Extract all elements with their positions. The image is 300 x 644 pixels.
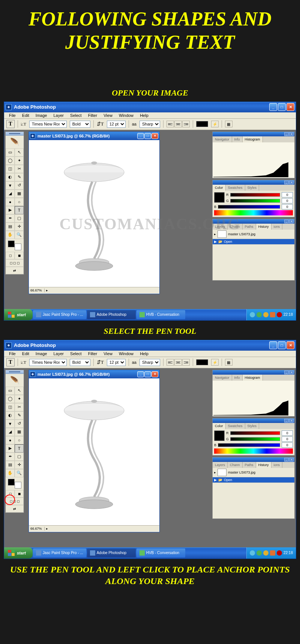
panel-close-icon[interactable]: ✕ [289, 371, 294, 374]
quickmask-mode-button[interactable]: ◼ [15, 252, 24, 259]
taskbar-item-photoshop[interactable]: Adobe Photoshop [87, 310, 136, 319]
menu-file[interactable]: File [6, 351, 18, 357]
hand-tool[interactable]: ✋ [6, 231, 15, 239]
g-slider[interactable] [230, 199, 280, 203]
tray-icon[interactable] [270, 550, 275, 556]
doc-maximize-button[interactable]: □ [144, 133, 151, 139]
doc-close-button[interactable]: ✕ [152, 371, 158, 377]
path-select-tool[interactable]: ▶ [6, 206, 15, 214]
pen-tool[interactable]: ✒ [6, 214, 15, 223]
g-input[interactable] [282, 436, 293, 442]
minimize-button[interactable]: _ [269, 341, 277, 349]
histogram-tab[interactable]: Histogram [243, 136, 263, 142]
align-center-button[interactable] [174, 359, 182, 366]
menu-edit[interactable]: Edit [20, 112, 32, 118]
spectrum-bar[interactable] [214, 210, 293, 215]
background-color[interactable] [15, 482, 21, 489]
font-family-select[interactable]: Times New Roman [29, 121, 67, 128]
b-input[interactable] [282, 442, 293, 448]
menu-view[interactable]: View [101, 351, 115, 357]
zoom-level[interactable]: 66.67% [30, 527, 45, 530]
b-slider[interactable] [218, 205, 280, 209]
menu-select[interactable]: Select [68, 351, 84, 357]
panel-titlebar[interactable]: _✕ [213, 457, 294, 462]
orientation-icon[interactable]: ⟀T [21, 122, 26, 126]
crop-tool[interactable]: ◫ [6, 165, 15, 173]
spectrum-bar[interactable] [214, 448, 293, 454]
g-input[interactable] [282, 198, 293, 203]
antialiasing-select[interactable]: Sharp [140, 121, 160, 128]
panel-close-icon[interactable]: ✕ [289, 419, 294, 423]
history-state[interactable]: ▶ 📂 Open [213, 477, 294, 483]
history-tab[interactable]: History [256, 224, 272, 230]
stamp-tool[interactable]: ▼ [6, 420, 15, 428]
jump-to-button[interactable]: ⇄ [6, 267, 24, 274]
path-select-tool[interactable]: ▶ [6, 444, 15, 453]
antialiasing-select[interactable]: Sharp [140, 359, 160, 366]
channels-tab[interactable]: Chann [228, 462, 243, 468]
menu-window[interactable]: Window [116, 112, 136, 118]
panel-close-icon[interactable]: ✕ [289, 181, 294, 184]
warp-text-button[interactable]: ⚡ [211, 121, 219, 127]
text-color-swatch[interactable] [196, 359, 208, 365]
crop-tool[interactable]: ◫ [6, 403, 15, 411]
panel-minimize-icon[interactable]: _ [284, 220, 289, 223]
eraser-tool[interactable]: ◢ [6, 190, 15, 198]
menu-select[interactable]: Select [68, 112, 84, 118]
history-snapshot[interactable]: ▸ master LSI073.jpg [213, 468, 294, 477]
r-input[interactable] [282, 192, 293, 197]
status-arrow-icon[interactable]: ▸ [46, 527, 48, 530]
document-titlebar[interactable]: ◆ master LSI073.jpg @ 66.7% (RGB/8#) _ □… [29, 370, 159, 378]
panel-titlebar[interactable]: _✕ [213, 418, 294, 423]
tray-icon[interactable] [277, 550, 282, 556]
dodge-tool[interactable]: ○ [15, 436, 24, 444]
toolbox-handle[interactable] [6, 370, 24, 374]
menu-help[interactable]: Help [137, 112, 151, 118]
layers-tab[interactable]: Layers [213, 462, 228, 468]
panel-minimize-icon[interactable]: _ [284, 371, 289, 374]
menu-window[interactable]: Window [116, 351, 136, 357]
tray-icon[interactable] [270, 312, 275, 317]
zoom-tool[interactable]: 🔍 [15, 469, 24, 477]
foreground-color[interactable] [8, 241, 15, 247]
tray-icon[interactable] [250, 312, 255, 317]
font-size-select[interactable]: 12 pt [107, 121, 126, 128]
tray-icon[interactable] [250, 550, 255, 556]
styles-tab[interactable]: Styles [245, 185, 260, 191]
start-button[interactable]: start [4, 309, 33, 320]
palettes-button[interactable]: ▦ [225, 121, 232, 127]
maximize-button[interactable]: □ [278, 103, 286, 111]
zoom-level[interactable]: 66.67% [30, 288, 45, 292]
paths-tab[interactable]: Paths [243, 224, 256, 230]
standard-mode-button[interactable]: ◻ [6, 490, 15, 498]
font-size-select[interactable]: 12 pt [107, 359, 126, 366]
swatches-tab[interactable]: Swatches [226, 185, 245, 191]
move-tool[interactable]: ↖ [15, 148, 24, 157]
current-tool-indicator[interactable]: T [6, 120, 15, 128]
r-input[interactable] [282, 430, 293, 436]
b-input[interactable] [282, 204, 293, 209]
info-tab[interactable]: Info [232, 136, 243, 142]
paths-tab[interactable]: Paths [243, 462, 256, 468]
panel-close-icon[interactable]: ✕ [289, 132, 294, 136]
wand-tool[interactable]: ✦ [15, 395, 24, 403]
color-preview-swatch[interactable] [214, 430, 225, 441]
color-tab[interactable]: Color [213, 423, 226, 429]
panel-titlebar[interactable]: _✕ [213, 370, 294, 375]
doc-minimize-button[interactable]: _ [137, 371, 144, 377]
panel-close-icon[interactable]: ✕ [289, 220, 294, 223]
type-tool[interactable]: T [15, 444, 24, 453]
styles-tab[interactable]: Styles [245, 423, 260, 429]
history-tab[interactable]: History [256, 462, 272, 468]
histogram-tab[interactable]: Histogram [243, 375, 263, 381]
actions-tab[interactable]: ions [272, 462, 283, 468]
screen-mode-1[interactable]: ◻ ◻ ◻ [6, 259, 24, 267]
hand-tool[interactable]: ✋ [6, 469, 15, 477]
menu-help[interactable]: Help [137, 351, 151, 357]
menu-layer[interactable]: Layer [51, 112, 66, 118]
zoom-tool[interactable]: 🔍 [15, 231, 24, 239]
align-center-button[interactable] [174, 121, 182, 127]
canvas[interactable] [29, 378, 159, 525]
doc-minimize-button[interactable]: _ [137, 133, 144, 139]
slice-tool[interactable]: ✂ [15, 165, 24, 173]
